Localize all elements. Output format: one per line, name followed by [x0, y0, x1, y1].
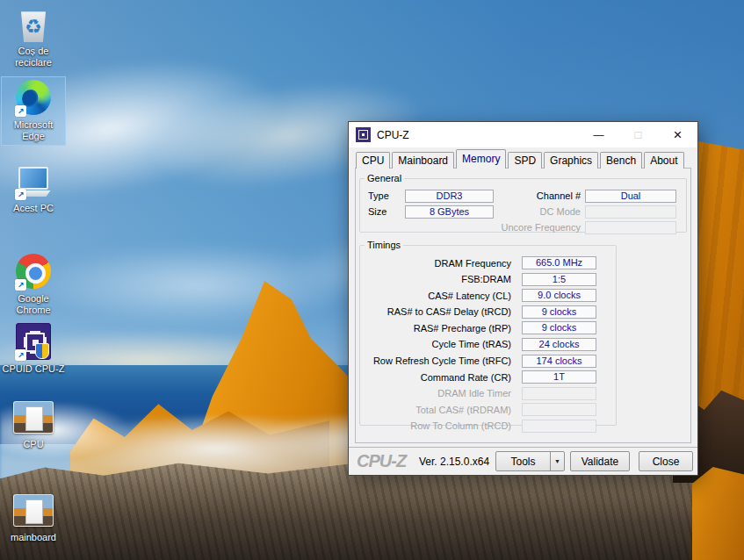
general-groupbox: General Type DDR3 Size 8 GBytes — [359, 173, 687, 233]
title-bar: CPU-Z — □ × — [349, 122, 697, 147]
field-value — [585, 221, 676, 234]
tab-spd[interactable]: SPD — [508, 152, 542, 169]
timing-label: Command Rate (CR) — [360, 372, 511, 383]
desktop-icon-label: Microsoft Edge — [2, 119, 65, 142]
timing-value: 9.0 clocks — [522, 289, 596, 302]
timing-row: Cycle Time (tRAS) 24 clocks — [360, 338, 616, 351]
desktop-icon-microsoft-edge[interactable]: Microsoft Edge — [2, 77, 65, 145]
desktop-icon-image — [12, 492, 54, 530]
shortcut-arrow-icon — [15, 349, 26, 361]
cpuz-window: CPU-Z — □ × CPU Mainboard Memory SPD Gra… — [348, 121, 698, 476]
desktop-icon-label: Acest PC — [2, 203, 65, 214]
validate-button[interactable]: Validate — [570, 451, 630, 471]
desktop-icon-image — [12, 253, 54, 291]
maximize-button[interactable]: □ — [618, 122, 658, 147]
version-label: Ver. 2.15.0.x64 — [419, 456, 489, 468]
tab-cpu[interactable]: CPU — [356, 152, 390, 169]
desktop-icon-image — [12, 79, 54, 118]
desktop-icon-image — [12, 323, 54, 362]
timing-row: RAS# to CAS# Delay (tRCD) 9 clocks — [360, 305, 616, 319]
timing-row: FSB:DRAM 1:5 — [360, 273, 616, 286]
timing-row: Row Refresh Cycle Time (tRFC) 174 clocks — [360, 355, 616, 368]
timing-value — [522, 420, 596, 433]
general-field-row: Uncore Frequency — [473, 220, 682, 234]
tab-bar: CPU Mainboard Memory SPD Graphics Bench … — [356, 149, 686, 169]
field-label: DC Mode — [473, 206, 585, 217]
tab-about[interactable]: About — [644, 152, 683, 169]
close-button[interactable]: Close — [639, 451, 693, 471]
timing-row: CAS# Latency (CL) 9.0 clocks — [360, 289, 616, 302]
timing-label: DRAM Frequency — [360, 258, 511, 269]
timing-label: Row To Column (tRCD) — [360, 420, 511, 431]
field-value — [585, 205, 676, 219]
timing-label: FSB:DRAM — [360, 274, 511, 284]
tab-graphics[interactable]: Graphics — [544, 152, 598, 169]
timing-row: Total CAS# (tRDRAM) — [360, 403, 616, 416]
timing-value: 174 clocks — [522, 355, 596, 368]
timing-value: 1T — [522, 370, 596, 384]
cpuz-app-icon — [356, 127, 371, 142]
timing-row: DRAM Frequency 665.0 MHz — [360, 256, 616, 269]
icon-art — [18, 167, 48, 190]
timing-label: Cycle Time (tRAS) — [360, 339, 511, 349]
timing-row: DRAM Idle Timer — [360, 387, 616, 400]
tab-memory[interactable]: Memory — [456, 149, 506, 169]
field-label: Size — [368, 206, 405, 217]
desktop-icon-google-chrome[interactable]: Google Chrome — [2, 251, 65, 319]
icon-art — [21, 9, 46, 42]
icon-art — [13, 401, 54, 434]
minimize-button[interactable]: — — [579, 122, 618, 147]
field-value: Dual — [585, 190, 676, 203]
timing-value: 665.0 MHz — [522, 256, 596, 269]
tools-label: Tools — [496, 456, 550, 468]
timing-value: 9 clocks — [522, 321, 596, 334]
icon-art — [13, 494, 54, 527]
field-label: Type — [368, 190, 405, 201]
cpuz-logo: CPU-Z — [357, 451, 406, 471]
timing-row: RAS# Precharge (tRP) 9 clocks — [360, 321, 616, 334]
desktop-icon-image — [12, 162, 54, 201]
desktop-icon-this-pc[interactable]: Acest PC — [2, 161, 65, 217]
tab-bench[interactable]: Bench — [600, 152, 642, 169]
shortcut-arrow-icon — [15, 105, 26, 117]
timing-label: Row Refresh Cycle Time (tRFC) — [360, 355, 511, 366]
general-right-column: Channel # Dual DC Mode Uncore Frequency — [473, 189, 682, 236]
status-bar: CPU-Z Ver. 2.15.0.x64 Tools ▼ Validate C… — [349, 447, 697, 475]
field-label: Uncore Frequency — [473, 222, 585, 233]
window-title: CPU-Z — [377, 129, 409, 141]
tools-button[interactable]: Tools ▼ — [495, 451, 565, 471]
timing-value — [522, 387, 596, 400]
desktop-icon-label: Coș de reciclare — [2, 46, 65, 68]
desktop-icon-label: mainboard — [2, 532, 65, 543]
desktop-icon-label: Google Chrome — [2, 293, 65, 316]
wallpaper-rock-bottom-right — [692, 467, 744, 560]
desktop-icon-image — [12, 5, 54, 44]
close-window-button[interactable]: × — [658, 122, 697, 147]
timings-legend: Timings — [365, 240, 403, 250]
tools-dropdown-arrow-icon[interactable]: ▼ — [550, 452, 564, 470]
timing-value — [522, 403, 596, 416]
desktop-icon-image — [12, 398, 54, 437]
timing-value: 24 clocks — [522, 338, 596, 351]
desktop-icon-recycle-bin[interactable]: Coș de reciclare — [2, 4, 65, 71]
timings-rows: DRAM Frequency 665.0 MHz FSB:DRAM 1:5 CA… — [360, 256, 616, 433]
window-controls: — □ × — [579, 122, 697, 147]
timing-label: CAS# Latency (CL) — [360, 291, 511, 301]
timing-label: RAS# Precharge (tRP) — [360, 323, 511, 334]
general-legend: General — [365, 173, 404, 183]
timing-value: 9 clocks — [522, 305, 596, 319]
timing-label: RAS# to CAS# Delay (tRCD) — [360, 306, 511, 317]
general-field-row: DC Mode — [473, 205, 682, 219]
timings-groupbox: Timings DRAM Frequency 665.0 MHz FSB:DRA… — [359, 240, 617, 426]
desktop-icon-cpu-image[interactable]: CPU — [2, 397, 65, 453]
desktop-icon-cpuid-cpuz[interactable]: CPUID CPU-Z — [2, 321, 65, 377]
timing-label: Total CAS# (tRDRAM) — [360, 405, 511, 415]
tab-mainboard[interactable]: Mainboard — [392, 152, 454, 169]
memory-tab-page: General Type DDR3 Size 8 GBytes — [355, 168, 691, 443]
desktop-icon-label: CPU — [2, 439, 65, 450]
timing-value: 1:5 — [522, 273, 596, 286]
desktop-icon-mainboard-image[interactable]: mainboard — [2, 490, 65, 546]
shortcut-arrow-icon — [15, 279, 26, 291]
timing-row: Row To Column (tRCD) — [360, 420, 616, 433]
timing-row: Command Rate (CR) 1T — [360, 370, 616, 384]
